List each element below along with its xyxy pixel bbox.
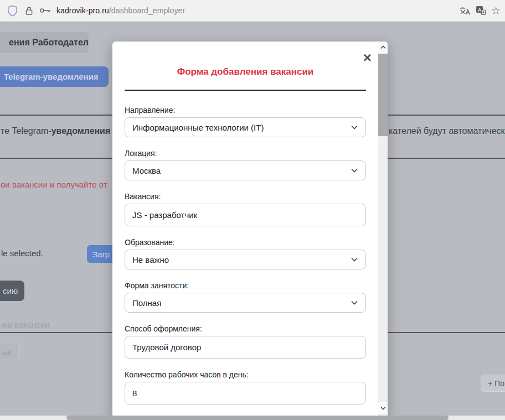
telegram-banner-title: те Telegram-уведомления — [1, 126, 110, 136]
banner-bold: уведомления — [51, 126, 111, 136]
horizontal-scrollbar-thumb[interactable] — [66, 416, 449, 420]
field-value-employment: Полная — [132, 298, 161, 308]
modal-scrollbar[interactable] — [378, 42, 388, 420]
field-value-hours: 8 — [132, 388, 137, 398]
select-employment[interactable]: Полная — [125, 293, 366, 313]
field-label-education: Образование: — [125, 237, 366, 247]
field-label-direction: Направление: — [125, 105, 366, 115]
field-label-hours: Количество рабочих часов в день: — [125, 370, 366, 380]
translate-icon[interactable] — [459, 6, 471, 15]
field-value-education: Не важно — [132, 255, 169, 265]
modal-title-divider — [125, 90, 366, 91]
close-icon[interactable]: × — [363, 50, 372, 65]
banner-prefix: те Telegram- — [1, 126, 51, 136]
vacancy-search-placeholder[interactable]: ию вакансии — [1, 320, 50, 329]
chevron-down-icon — [350, 255, 359, 264]
auto-response-text: кателей будут автоматически — [389, 126, 505, 136]
svg-text:A: A — [478, 7, 482, 13]
translate-page-icon[interactable]: A — [476, 6, 486, 15]
scroll-down-button[interactable] — [378, 402, 388, 414]
field-label-employment: Форма занятости: — [125, 281, 366, 291]
shield-icon[interactable] — [7, 5, 18, 17]
key-icon[interactable] — [39, 7, 51, 14]
url-text[interactable]: kadrovik-pro.ru/dashboard_employer — [56, 6, 185, 15]
lock-icon[interactable] — [25, 6, 33, 15]
file-selected-text: le selected. — [1, 248, 43, 258]
bookmark-star-icon[interactable]: ☆ — [491, 6, 501, 16]
field-label-contract: Способ оформления: — [125, 324, 366, 334]
telegram-notifications-button[interactable]: Telegram-уведомления — [0, 66, 109, 87]
plus-show-button[interactable]: + По — [481, 375, 505, 392]
field-label-location: Локация: — [125, 148, 366, 158]
input-vacancy[interactable]: JS - разработчик — [125, 204, 366, 226]
url-host: kadrovik-pro.ru — [56, 6, 109, 15]
employer-cabinet-tab[interactable]: ения Работодателя — [0, 32, 89, 53]
field-value-location: Москва — [132, 166, 161, 175]
select-direction[interactable]: Информационные технологии (IT) — [125, 117, 366, 137]
chevron-down-icon — [350, 298, 359, 307]
chevron-down-icon — [350, 123, 359, 132]
browser-address-bar[interactable]: kadrovik-pro.ru/dashboard_employer A ☆ — [0, 0, 505, 22]
scroll-up-button[interactable] — [378, 42, 388, 53]
horizontal-scrollbar[interactable] — [0, 416, 505, 420]
field-label-vacancy: Вакансия: — [125, 191, 366, 201]
modal-title: Форма добавления вакансии — [125, 66, 366, 77]
vacancy-form: Направление: Информационные технологии (… — [125, 105, 366, 420]
input-hours[interactable]: 8 — [125, 382, 366, 405]
add-vacancy-modal: × Форма добавления вакансии Направление:… — [112, 42, 388, 420]
chevron-down-icon — [350, 166, 359, 175]
modal-content: × Форма добавления вакансии Направление:… — [112, 42, 378, 420]
url-path: /dashboard_employer — [109, 6, 185, 15]
field-value-direction: Информационные технологии (IT) — [132, 123, 264, 132]
scrollbar-thumb[interactable] — [378, 54, 388, 136]
add-vacancy-button[interactable]: сию — [0, 281, 24, 301]
promo-red-text: ои вакансии и получайте от — [1, 180, 107, 189]
input-contract[interactable]: Трудовой договор — [125, 336, 366, 359]
field-value-vacancy: JS - разработчик — [132, 210, 197, 220]
select-location[interactable]: Москва — [125, 160, 366, 180]
filter-chip[interactable]: ые — [0, 344, 20, 360]
field-value-contract: Трудовой договор — [132, 343, 201, 352]
select-education[interactable]: Не важно — [125, 250, 366, 269]
